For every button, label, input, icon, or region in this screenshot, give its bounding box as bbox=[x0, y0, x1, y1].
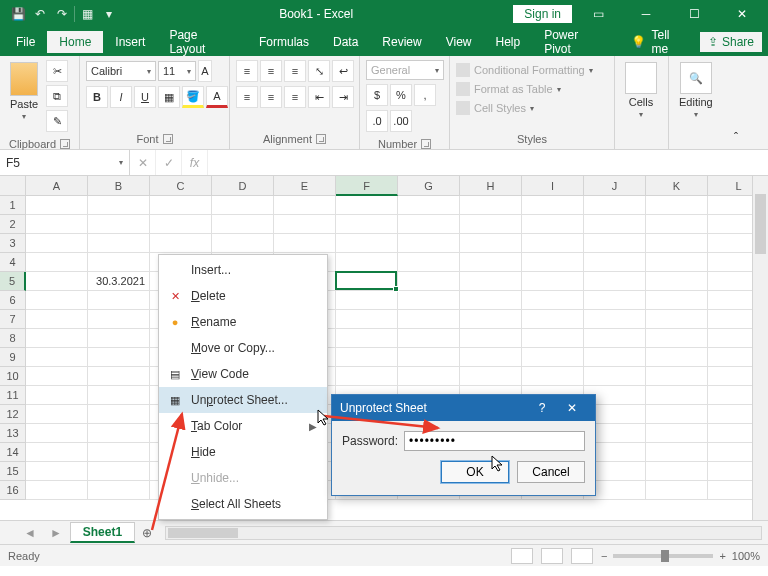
column-header[interactable]: I bbox=[522, 176, 584, 196]
tab-home[interactable]: Home bbox=[47, 31, 103, 53]
cell[interactable] bbox=[646, 329, 708, 348]
touch-mode-icon[interactable]: ▦ bbox=[77, 4, 97, 24]
cell[interactable] bbox=[88, 386, 150, 405]
cell[interactable] bbox=[88, 348, 150, 367]
cell[interactable] bbox=[26, 329, 88, 348]
row-header[interactable]: 14 bbox=[0, 443, 26, 462]
number-dialog-launcher[interactable] bbox=[421, 139, 431, 149]
cell[interactable] bbox=[26, 234, 88, 253]
row-header[interactable]: 15 bbox=[0, 462, 26, 481]
cell[interactable] bbox=[522, 291, 584, 310]
tab-page-layout[interactable]: Page Layout bbox=[157, 24, 247, 60]
cell[interactable] bbox=[646, 215, 708, 234]
fill-color-button[interactable]: 🪣 bbox=[182, 86, 204, 108]
cut-button[interactable]: ✂ bbox=[46, 60, 68, 82]
cell[interactable] bbox=[336, 329, 398, 348]
format-as-table-button[interactable]: Format as Table▾ bbox=[456, 81, 561, 97]
column-header[interactable]: C bbox=[150, 176, 212, 196]
cell[interactable] bbox=[584, 253, 646, 272]
comma-button[interactable]: , bbox=[414, 84, 436, 106]
cell[interactable] bbox=[88, 291, 150, 310]
cell[interactable] bbox=[88, 443, 150, 462]
column-header[interactable]: B bbox=[88, 176, 150, 196]
sheet-nav-prev[interactable]: ◄ bbox=[18, 526, 42, 540]
ctx-view-code[interactable]: ▤View Code bbox=[159, 361, 327, 387]
cell[interactable] bbox=[336, 253, 398, 272]
cell[interactable] bbox=[522, 272, 584, 291]
row-header[interactable]: 2 bbox=[0, 215, 26, 234]
sign-in-button[interactable]: Sign in bbox=[513, 5, 572, 23]
new-sheet-button[interactable]: ⊕ bbox=[137, 523, 157, 543]
column-header[interactable]: H bbox=[460, 176, 522, 196]
cell[interactable] bbox=[646, 310, 708, 329]
insert-function-button[interactable]: fx bbox=[182, 150, 208, 175]
cell[interactable] bbox=[398, 272, 460, 291]
ctx-move-copy[interactable]: Move or Copy... bbox=[159, 335, 327, 361]
cell[interactable] bbox=[522, 367, 584, 386]
align-center-button[interactable]: ≡ bbox=[260, 86, 282, 108]
cancel-button[interactable]: Cancel bbox=[517, 461, 585, 483]
row-header[interactable]: 9 bbox=[0, 348, 26, 367]
row-header[interactable]: 16 bbox=[0, 481, 26, 500]
row-header[interactable]: 4 bbox=[0, 253, 26, 272]
ctx-select-all-sheets[interactable]: Select All Sheets bbox=[159, 491, 327, 517]
cell[interactable] bbox=[398, 348, 460, 367]
ctx-unprotect-sheet[interactable]: ▦Unprotect Sheet... bbox=[159, 387, 327, 413]
cell[interactable] bbox=[150, 234, 212, 253]
alignment-dialog-launcher[interactable] bbox=[316, 134, 326, 144]
align-bottom-button[interactable]: ≡ bbox=[284, 60, 306, 82]
paste-button[interactable]: Paste ▾ bbox=[6, 60, 42, 123]
cell[interactable] bbox=[26, 291, 88, 310]
cell[interactable] bbox=[88, 405, 150, 424]
cell[interactable] bbox=[398, 367, 460, 386]
cell[interactable] bbox=[336, 196, 398, 215]
cell[interactable] bbox=[460, 291, 522, 310]
cell[interactable] bbox=[212, 234, 274, 253]
increase-indent-button[interactable]: ⇥ bbox=[332, 86, 354, 108]
cell[interactable] bbox=[646, 272, 708, 291]
decrease-decimal-button[interactable]: .00 bbox=[390, 110, 412, 132]
cell[interactable] bbox=[646, 253, 708, 272]
row-header[interactable]: 12 bbox=[0, 405, 26, 424]
cell[interactable] bbox=[460, 253, 522, 272]
tab-file[interactable]: File bbox=[4, 31, 47, 53]
row-header[interactable]: 5 bbox=[0, 272, 26, 291]
cell[interactable] bbox=[26, 443, 88, 462]
cell[interactable] bbox=[584, 196, 646, 215]
cell[interactable] bbox=[88, 196, 150, 215]
orientation-button[interactable]: ⤡ bbox=[308, 60, 330, 82]
cell[interactable] bbox=[584, 234, 646, 253]
sheet-nav-next[interactable]: ► bbox=[44, 526, 68, 540]
dialog-help-button[interactable]: ? bbox=[527, 401, 557, 415]
cell[interactable] bbox=[522, 234, 584, 253]
cell[interactable] bbox=[336, 291, 398, 310]
align-middle-button[interactable]: ≡ bbox=[260, 60, 282, 82]
cell[interactable] bbox=[460, 272, 522, 291]
cell[interactable] bbox=[522, 329, 584, 348]
cell[interactable] bbox=[336, 215, 398, 234]
cell[interactable] bbox=[274, 234, 336, 253]
cell[interactable] bbox=[26, 272, 88, 291]
ctx-hide[interactable]: Hide bbox=[159, 439, 327, 465]
tab-formulas[interactable]: Formulas bbox=[247, 31, 321, 53]
cell[interactable] bbox=[646, 234, 708, 253]
underline-button[interactable]: U bbox=[134, 86, 156, 108]
cell[interactable] bbox=[522, 196, 584, 215]
row-header[interactable]: 6 bbox=[0, 291, 26, 310]
ok-button[interactable]: OK bbox=[441, 461, 509, 483]
row-header[interactable]: 13 bbox=[0, 424, 26, 443]
share-button[interactable]: ⇪ Share bbox=[700, 32, 762, 52]
dialog-close-button[interactable]: ✕ bbox=[557, 401, 587, 415]
cell[interactable] bbox=[88, 253, 150, 272]
cell[interactable] bbox=[646, 462, 708, 481]
cell[interactable] bbox=[398, 310, 460, 329]
cell[interactable] bbox=[398, 234, 460, 253]
cell[interactable] bbox=[460, 348, 522, 367]
cell[interactable]: 30.3.2021 bbox=[88, 272, 150, 291]
cell[interactable] bbox=[646, 443, 708, 462]
enter-formula-button[interactable]: ✓ bbox=[156, 150, 182, 175]
tab-view[interactable]: View bbox=[434, 31, 484, 53]
cell[interactable] bbox=[26, 405, 88, 424]
cell[interactable] bbox=[584, 272, 646, 291]
close-button[interactable]: ✕ bbox=[720, 0, 764, 28]
